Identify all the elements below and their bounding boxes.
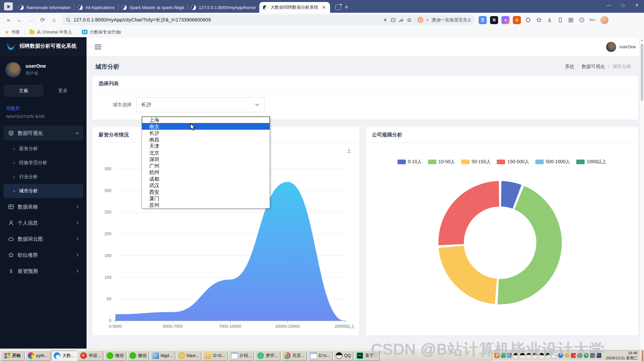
taskbar-button[interactable]: ··微信 xyxy=(104,351,126,361)
taskbar-button[interactable]: QQ xyxy=(333,351,353,361)
city-option[interactable]: 厦门 xyxy=(142,195,270,202)
city-option[interactable]: 天津 xyxy=(142,143,270,149)
bookmark-item[interactable]: ★书签 xyxy=(5,29,20,35)
browser-logo-icon[interactable]: ▣ xyxy=(4,2,13,10)
taskbar-button[interactable]: 大数... xyxy=(51,351,77,361)
page-scrollbar[interactable]: ▲ xyxy=(639,37,644,349)
taskbar-button[interactable]: D:\s... xyxy=(308,351,332,361)
city-option[interactable]: 成都 xyxy=(142,176,270,182)
city-option[interactable]: 武汉 xyxy=(142,182,270,189)
breadcrumb-item[interactable]: 数据可视化 xyxy=(582,64,605,70)
taskbar-button[interactable]: ♪梦开... xyxy=(255,351,280,361)
chevron-right-icon xyxy=(76,221,79,225)
bookmark-item[interactable]: 大数据专业代做i xyxy=(82,29,121,35)
favorites-star-icon[interactable] xyxy=(534,15,543,25)
sidebar-item-label: 职位推荐 xyxy=(18,252,38,258)
share-icon[interactable] xyxy=(398,17,404,23)
start-button[interactable]: 开始 xyxy=(1,351,24,361)
city-option[interactable]: 南昌 xyxy=(142,136,270,143)
sidebar-item-data-table[interactable]: 数据表格 xyxy=(3,199,83,214)
bookmark-item[interactable]: 从 Chrome 中导入 xyxy=(30,29,72,35)
taskbar-button[interactable]: 毕设... xyxy=(78,351,103,361)
phone-sync-icon[interactable] xyxy=(555,15,565,25)
sidebar-user[interactable]: userOne 用户名 xyxy=(0,55,87,82)
header-user[interactable]: userOne xyxy=(606,42,636,52)
sidebar-subitem[interactable]: 城市分析 xyxy=(3,184,83,198)
bookmark-add-icon[interactable] xyxy=(407,17,412,23)
city-option[interactable]: 上海 xyxy=(142,117,270,123)
sidebar-subitem[interactable]: 经验学历分析 xyxy=(3,156,83,170)
city-select[interactable]: 长沙 xyxy=(136,97,265,112)
url-text[interactable]: 127.0.0.1:8000/myApp/cityChar/?city=长沙&_… xyxy=(73,17,380,23)
browser-tab[interactable]: Spark Master at spark://bigd xyxy=(118,2,187,13)
city-option[interactable]: 杭州 xyxy=(142,169,270,176)
puzzle-extensions-icon[interactable] xyxy=(523,15,533,25)
maximize-button[interactable]: ▢ xyxy=(616,0,630,10)
city-option[interactable]: 西安 xyxy=(142,189,270,195)
browser-tab[interactable]: Namenode information xyxy=(15,2,74,13)
screenshot-scissors-icon[interactable]: ✂▾ xyxy=(588,15,597,25)
chevron-right-icon xyxy=(76,269,79,273)
hot-search-text[interactable]: 澳洲一实验室丢失323份病 xyxy=(431,17,471,23)
hamburger-menu-icon[interactable] xyxy=(95,45,101,49)
donut-slice-150-500人[interactable] xyxy=(438,181,499,246)
save-card-icon[interactable] xyxy=(390,17,396,23)
city-option[interactable]: 深圳 xyxy=(142,156,270,163)
sidebar-item-job-recommend[interactable]: 职位推荐 xyxy=(3,248,83,262)
history-icon[interactable] xyxy=(577,15,586,25)
svg-text:20000以上: 20000以上 xyxy=(335,324,355,329)
reload-button[interactable]: ⟳ xyxy=(38,15,48,25)
extensions-overflow-icon[interactable]: » xyxy=(3,15,13,25)
taskbar-button[interactable]: 北京... xyxy=(281,351,307,361)
donut-slice-50-150人[interactable] xyxy=(438,245,497,304)
sidebar-subitem[interactable]: 行业分析 xyxy=(3,170,83,184)
translate-extension-icon[interactable]: 文 xyxy=(479,16,487,24)
bookmark-label: 书签 xyxy=(11,29,20,35)
address-bar[interactable]: 127.0.0.1:8000/myApp/cityChar/?city=长沙&_… xyxy=(62,15,475,25)
browser-tab[interactable]: All Applications xyxy=(74,2,118,13)
taskbar-button[interactable]: 介绍... xyxy=(229,351,254,361)
city-option[interactable]: 苏州 xyxy=(142,202,270,208)
taskbar-button[interactable]: ··微信 xyxy=(127,351,149,361)
reader-lightning-icon[interactable] xyxy=(383,17,388,22)
taskbar-button[interactable]: Navi... xyxy=(176,351,202,361)
forward-button[interactable]: → xyxy=(26,15,36,25)
sidebar-tab-main[interactable]: 主板 xyxy=(4,85,43,97)
sogou-search-icon[interactable]: S xyxy=(418,17,423,23)
apps-grid-icon[interactable] xyxy=(566,15,576,25)
sidebar-item-personal-info[interactable]: 个人信息 xyxy=(3,216,83,230)
browser-tab[interactable]: 大数据招聘数据分析系统✕ xyxy=(259,2,330,13)
sidebar-item-salary-predict[interactable]: $薪资预测 xyxy=(3,264,83,279)
city-option[interactable]: 北京 xyxy=(142,149,270,156)
browser-tab[interactable]: 127.0.0.1:8000/myApp/home/ xyxy=(188,2,260,13)
sidebar-tab-more[interactable]: 更多 xyxy=(43,85,83,97)
scrollbar-thumb[interactable] xyxy=(641,44,643,101)
new-tab-button[interactable]: + xyxy=(344,3,348,10)
company-size-donut-chart[interactable] xyxy=(366,144,639,335)
city-option[interactable]: 长沙 xyxy=(142,130,270,136)
n-extension-icon[interactable]: N xyxy=(490,16,498,24)
sidebar-subitem[interactable]: 薪资分析 xyxy=(3,142,83,156)
gemini-extension-icon[interactable]: ✦ xyxy=(501,16,509,24)
show-desktop-button[interactable] xyxy=(642,350,643,361)
taskbar-clock[interactable]: 16:46 2024/12/11 星期三 xyxy=(603,351,638,360)
sidebar-item-word-cloud[interactable]: 数据词云图 xyxy=(3,232,83,246)
breadcrumb-item[interactable]: 系统 xyxy=(565,64,574,70)
taskbar-button[interactable]: D:\S... xyxy=(202,351,227,361)
close-window-button[interactable]: ✕ xyxy=(630,0,644,10)
tab-close-icon[interactable]: ✕ xyxy=(321,4,327,10)
tab-group-icon[interactable] xyxy=(335,4,341,10)
taskbar-button[interactable]: ◇bigd... xyxy=(150,351,175,361)
back-button[interactable]: ← xyxy=(15,15,25,25)
scrollbar-up-icon[interactable]: ▲ xyxy=(640,37,644,42)
taskbar-button[interactable]: pyth... xyxy=(25,351,50,361)
sidebar-item-data-visualization[interactable]: 数据可视化 xyxy=(3,126,83,140)
adobe-extension-icon[interactable]: A xyxy=(513,16,521,24)
city-option[interactable]: 南京 xyxy=(142,123,270,130)
city-option[interactable]: 广州 xyxy=(142,163,270,169)
profile-avatar[interactable] xyxy=(600,16,608,24)
downloads-icon[interactable] xyxy=(545,15,554,25)
home-button[interactable]: ⌂ xyxy=(49,15,59,25)
app-logo-row[interactable]: 招聘数据分析可视化系统 xyxy=(0,37,87,55)
minimize-button[interactable]: — xyxy=(602,0,616,10)
